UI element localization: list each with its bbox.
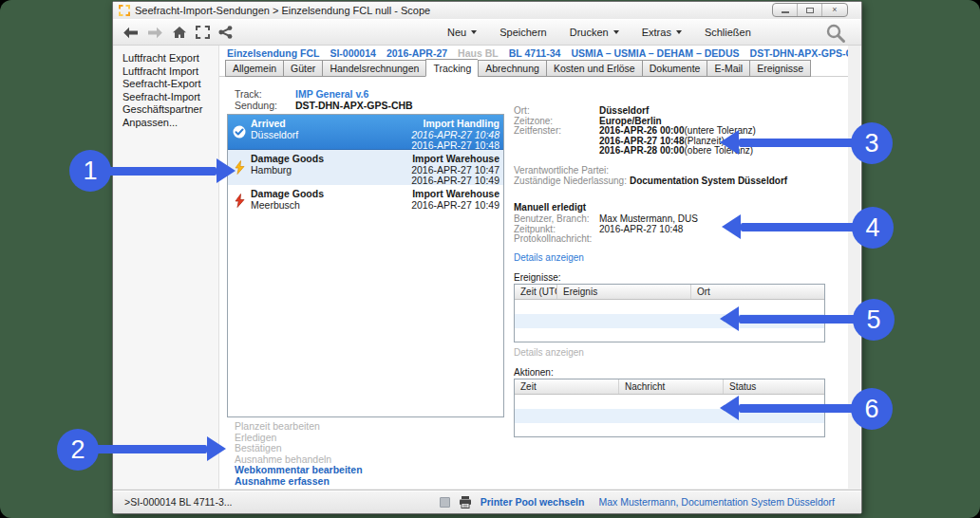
- events-table: Zeit (UTC) Ereignis Ort: [514, 284, 825, 342]
- search-icon[interactable]: [825, 23, 846, 47]
- tab-dokumente[interactable]: Dokumente: [642, 60, 707, 77]
- tracking-row-arrived-duesseldorf[interactable]: Arrived Düsseldorf Import Handling 2016-…: [228, 115, 503, 150]
- content-panel: Einzelsendung FCL SI-000014 2016-APR-27 …: [219, 46, 848, 489]
- action-planzeit-bearbeiten: Planzeit bearbeiten: [235, 421, 363, 433]
- close-button[interactable]: ×: [822, 4, 847, 16]
- sidebar-item-seefracht-import[interactable]: Seefracht-Import: [122, 91, 218, 104]
- annotation-circle-1: 1: [69, 150, 111, 192]
- share-icon[interactable]: [218, 26, 233, 39]
- menu-drucken[interactable]: Drucken: [570, 27, 619, 38]
- tab-gueter[interactable]: Güter: [283, 60, 322, 77]
- close-icon: ×: [832, 6, 837, 14]
- event-status: Arrived: [251, 119, 411, 130]
- status-bar: >SI-000014 BL 4711-3... Printer Pool wec…: [113, 490, 861, 513]
- detail-value: 2016-APR-26 00:00: [599, 126, 685, 137]
- track-label: Track:: [235, 88, 262, 100]
- column-header-zeit-utc[interactable]: Zeit (UTC): [515, 285, 557, 299]
- forward-icon[interactable]: [147, 27, 163, 39]
- desktop-background: Seefracht-Import-Sendungen > Einzelsendu…: [0, 0, 980, 518]
- menu-speichern-label: Speichern: [499, 27, 547, 38]
- back-icon[interactable]: [122, 27, 139, 39]
- tab-tracking[interactable]: Tracking: [425, 59, 478, 77]
- tab-allgemein[interactable]: Allgemein: [225, 60, 283, 77]
- detail-label: Ort:: [514, 106, 599, 117]
- printer-icon[interactable]: [459, 496, 472, 509]
- status-bar-right: Printer Pool wechseln Max Mustermann, Do…: [440, 496, 835, 509]
- dropdown-caret-icon: [676, 30, 682, 34]
- sidebar-item-seefracht-export[interactable]: Seefracht-Export: [122, 78, 218, 91]
- logged-in-user-info: Max Mustermann, Documentation System Düs…: [598, 496, 835, 508]
- event-handler: Import Handling: [411, 119, 499, 130]
- printer-pool-link[interactable]: Printer Pool wechseln: [481, 496, 585, 508]
- detail-value: [599, 234, 673, 245]
- detail-label: Zeitfenster:: [514, 126, 599, 137]
- tab-abrechnung[interactable]: Abrechnung: [478, 60, 546, 77]
- column-header-zeit[interactable]: Zeit: [515, 379, 619, 394]
- annotation-circle-5: 5: [853, 299, 895, 341]
- menu-speichern[interactable]: Speichern: [499, 27, 547, 38]
- lightning-red-icon: [228, 185, 251, 215]
- details-anzeigen-link[interactable]: Details anzeigen: [514, 253, 584, 264]
- detail-value: 2016-APR-27 10:48: [599, 225, 683, 235]
- breadcrumb-item[interactable]: DST-DHN-APX-GPS-CHB: [750, 47, 848, 60]
- table-row: [515, 423, 824, 437]
- maximize-button[interactable]: [798, 4, 822, 16]
- table-row: [515, 328, 824, 342]
- event-handler: Import Warehouse: [411, 189, 499, 200]
- sidebar-item-anpassen[interactable]: Anpassen...: [122, 117, 218, 130]
- annotation-arrowhead-2: [207, 436, 226, 461]
- sidebar-item-geschaeftspartner[interactable]: Geschäftspartner: [122, 103, 218, 117]
- annotation-circle-4: 4: [852, 207, 894, 249]
- sidebar-item-luftfracht-import[interactable]: Luftfracht Import: [122, 65, 218, 79]
- maximize-icon: [806, 8, 814, 13]
- breadcrumb-item[interactable]: USMIA – USMIA – DEHAM – DEDUS: [571, 47, 739, 60]
- detail-value: [612, 166, 686, 176]
- breadcrumb-item[interactable]: SI-000014: [330, 47, 375, 60]
- column-header-ort[interactable]: Ort: [691, 285, 824, 299]
- dropdown-caret-icon: [471, 30, 477, 34]
- home-icon[interactable]: [172, 26, 187, 39]
- navigation-icons: [122, 26, 233, 39]
- annotation-circle-3: 3: [851, 122, 893, 164]
- action-webkommentar-bearbeiten[interactable]: Webkommentar bearbeiten: [235, 465, 363, 476]
- event-status: Damage Goods: [251, 154, 411, 165]
- event-location: Meerbusch: [251, 200, 411, 212]
- shipment-label: Sendung:: [235, 100, 277, 111]
- minimize-button[interactable]: [773, 4, 798, 16]
- tab-handelsrechnungen[interactable]: Handelsrechnungen: [322, 60, 425, 77]
- tab-kosten-und-erloese[interactable]: Kosten und Erlöse: [546, 60, 642, 77]
- sidebar-item-luftfracht-export[interactable]: Luftfracht Export: [122, 52, 218, 65]
- breadcrumb-item[interactable]: Einzelsendung FCL: [227, 47, 319, 60]
- menu-schliessen[interactable]: Schließen: [705, 27, 751, 38]
- tab-ereignisse[interactable]: Ereignisse: [749, 60, 811, 77]
- event-status: Damage Goods: [251, 189, 411, 200]
- breadcrumb-item[interactable]: BL 4711-34: [509, 47, 561, 60]
- table-row: [515, 300, 824, 314]
- action-ausnahme-erfassen[interactable]: Ausnahme erfassen: [235, 476, 363, 488]
- events-table-header: Zeit (UTC) Ereignis Ort: [515, 285, 824, 300]
- window-title: Seefracht-Import-Sendungen > Einzelsendu…: [135, 5, 430, 16]
- menu-neu[interactable]: Neu: [447, 27, 477, 38]
- detail-label: Benutzer, Branch:: [514, 214, 599, 225]
- annotation-circle-6: 6: [851, 388, 893, 430]
- window-controls: ×: [772, 3, 848, 17]
- event-handler: Import Warehouse: [411, 154, 499, 165]
- minimize-icon: [782, 11, 789, 13]
- detail-note: (obere Toleranz): [685, 146, 754, 157]
- annotation-circle-2: 2: [57, 429, 99, 471]
- tracking-row-damage-meerbusch[interactable]: Damage Goods Meerbusch Import Warehouse …: [228, 185, 503, 215]
- menu-extras[interactable]: Extras: [642, 27, 682, 38]
- tracking-row-damage-hamburg[interactable]: Damage Goods Hamburg Import Warehouse 20…: [228, 150, 503, 185]
- tab-email[interactable]: E-Mail: [707, 60, 749, 77]
- track-value-link[interactable]: IMP General v.6: [295, 88, 368, 100]
- detail-label: Zuständige Niederlassung:: [514, 176, 630, 187]
- column-header-status[interactable]: Status: [724, 379, 824, 394]
- fullscreen-icon[interactable]: [196, 26, 210, 39]
- column-header-nachricht[interactable]: Nachricht: [619, 379, 724, 394]
- toolbar: Neu Speichern Drucken Extras Schließen: [113, 19, 861, 46]
- detail-value: Max Mustermann, DUS: [599, 214, 698, 225]
- column-header-ereignis[interactable]: Ereignis: [557, 285, 691, 299]
- menu-extras-label: Extras: [642, 27, 671, 38]
- event-location: Düsseldorf: [251, 130, 411, 141]
- module-sidebar: Luftfracht Export Luftfracht Import Seef…: [113, 46, 219, 489]
